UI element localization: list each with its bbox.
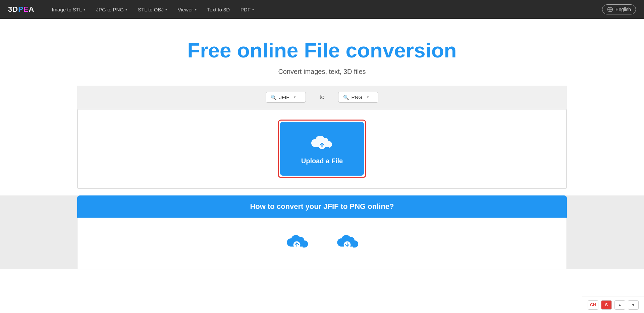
logo-p: P (18, 5, 23, 13)
search-icon: 🔍 (271, 95, 276, 100)
chevron-up-icon: ▲ (618, 303, 622, 307)
navbar-left: 3DPEA Image to STL ▾ JPG to PNG ▾ STL to… (8, 5, 258, 14)
search-icon: 🔍 (343, 95, 349, 100)
upload-button-wrapper: Upload a File (278, 120, 366, 178)
logo-a: A (29, 5, 35, 13)
to-format-select[interactable]: 🔍 PNG ▾ (338, 92, 378, 103)
chevron-down-icon: ▾ (125, 8, 127, 11)
how-to-step-download (335, 231, 359, 256)
nav-item-jpg-to-png[interactable]: JPG to PNG ▾ (92, 5, 131, 14)
logo[interactable]: 3DPEA (8, 5, 34, 14)
chevron-down-icon: ▼ (631, 303, 635, 307)
nav-item-pdf[interactable]: PDF ▾ (236, 5, 258, 14)
hero-section: Free online File conversion Convert imag… (0, 19, 644, 86)
logo-e: E (23, 5, 29, 13)
hero-title: Free online File conversion (7, 39, 637, 62)
logo-3d: 3D (8, 5, 18, 13)
s-button[interactable]: S (601, 300, 612, 310)
nav-item-viewer[interactable]: Viewer ▾ (174, 5, 201, 14)
converter-bar: 🔍 JFIF ▾ to 🔍 PNG ▾ (77, 86, 567, 109)
navbar-right: English (602, 4, 636, 14)
navbar: 3DPEA Image to STL ▾ JPG to PNG ▾ STL to… (0, 0, 644, 19)
nav-items: Image to STL ▾ JPG to PNG ▾ STL to OBJ ▾… (48, 5, 258, 14)
chevron-down-icon: ▾ (84, 8, 85, 11)
nav-item-stl-to-obj[interactable]: STL to OBJ ▾ (134, 5, 171, 14)
nav-item-text-to-3d[interactable]: Text to 3D (203, 5, 234, 14)
ch-button[interactable]: CH (588, 300, 598, 310)
upload-cloud-icon (310, 133, 334, 153)
from-format-select[interactable]: 🔍 JFIF ▾ (266, 92, 306, 103)
hero-subtitle: Convert images, text, 3D files (7, 68, 637, 76)
language-button[interactable]: English (602, 4, 636, 14)
upload-button[interactable]: Upload a File (280, 122, 364, 176)
upload-button-label: Upload a File (301, 157, 343, 165)
how-to-header: How to convert your JFIF to PNG online? (77, 195, 567, 218)
chevron-down-icon: ▾ (294, 95, 296, 99)
how-to-title: How to convert your JFIF to PNG online? (84, 202, 560, 211)
step-upload-icon (285, 231, 309, 256)
to-format-value: PNG (352, 94, 363, 100)
chevron-down-icon: ▾ (252, 8, 254, 11)
to-label: to (319, 94, 324, 101)
how-to-section: How to convert your JFIF to PNG online? (0, 195, 644, 269)
nav-item-image-to-stl[interactable]: Image to STL ▾ (48, 5, 89, 14)
upload-section: Upload a File (77, 109, 567, 189)
globe-icon (607, 6, 613, 12)
scroll-up-button[interactable]: ▲ (614, 300, 625, 310)
from-format-value: JFIF (279, 94, 289, 100)
chevron-down-icon: ▾ (367, 95, 369, 99)
chevron-down-icon: ▾ (165, 8, 167, 11)
scroll-down-button[interactable]: ▼ (628, 300, 639, 310)
how-to-body (77, 218, 567, 269)
how-to-step-upload (285, 231, 309, 256)
step-download-icon (335, 231, 359, 256)
bottom-bar: CH S ▲ ▼ (582, 297, 644, 313)
chevron-down-icon: ▾ (195, 8, 197, 11)
